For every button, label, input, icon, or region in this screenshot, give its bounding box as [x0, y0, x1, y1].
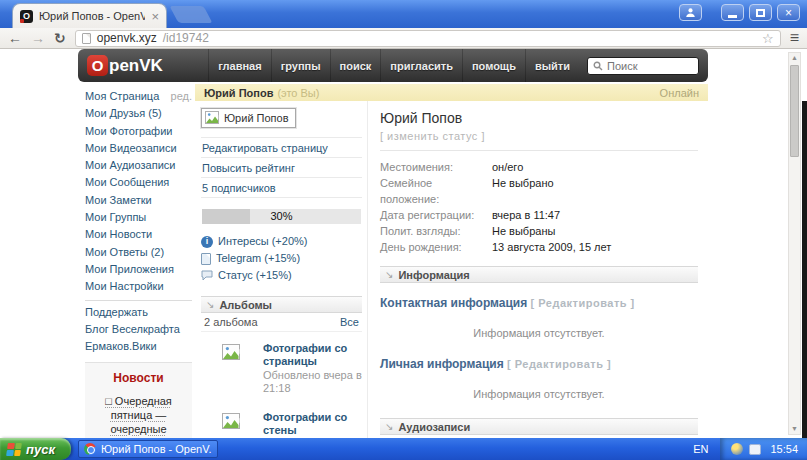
- albums-header-label: Альбомы: [219, 299, 272, 311]
- page-scrollbar[interactable]: ▲ ▼: [788, 52, 801, 435]
- sidebar-item-answers[interactable]: Мои Ответы (2): [85, 244, 192, 261]
- sidebar-link-wiki[interactable]: Ермаков.Вики: [85, 338, 192, 355]
- info-row: День рождения: 13 августа 2009, 15 лет: [380, 239, 698, 255]
- start-button[interactable]: пуск: [0, 438, 71, 460]
- profile-person-icon[interactable]: [679, 4, 702, 21]
- new-tab-button[interactable]: [169, 6, 212, 23]
- sidebar-item-settings[interactable]: Мои Настройки: [85, 278, 192, 295]
- address-bar[interactable]: openvk.xyz/id19742 ☆: [75, 30, 781, 47]
- news-title: Новости: [88, 371, 189, 385]
- openvk-logo[interactable]: O penVK: [87, 55, 163, 76]
- boost-label[interactable]: Статус (+15%): [218, 267, 292, 284]
- search-input[interactable]: [607, 60, 687, 72]
- taskbar-task-button[interactable]: Юрий Попов - OpenV...: [78, 440, 218, 458]
- chrome-menu-icon[interactable]: ≡: [790, 30, 799, 46]
- maximize-button[interactable]: [749, 4, 772, 21]
- contact-info-heading: Контактная информация [ Редактировать ]: [380, 296, 698, 310]
- boost-label[interactable]: Telegram (+15%): [216, 250, 300, 267]
- info-label: День рождения:: [380, 239, 492, 255]
- back-button[interactable]: ←: [8, 31, 22, 45]
- album-title-link[interactable]: Фотографии со страницы: [263, 342, 362, 368]
- album-thumbnail[interactable]: [201, 342, 263, 395]
- boost-status-link[interactable]: Статус (+15%): [201, 267, 362, 284]
- tab-close-icon[interactable]: ×: [151, 10, 159, 23]
- browser-tab[interactable]: O Юрий Попов - OpenVK ×: [12, 3, 167, 28]
- info-row: Полит. взгляды: Не выбраны: [380, 223, 698, 239]
- openvk-logo-text: penVK: [109, 56, 163, 76]
- sidebar-link-blog[interactable]: Блог Веселкрафта: [85, 321, 192, 338]
- info-value: он/его: [492, 159, 523, 175]
- profile-top-bar: Юрий Попов (это Вы) Онлайн: [195, 84, 708, 101]
- reload-button[interactable]: ↻: [54, 31, 66, 45]
- sidebar-edit-link[interactable]: ред.: [171, 88, 192, 105]
- nav-item-help[interactable]: помощь: [462, 49, 525, 82]
- sidebar-link-donate[interactable]: Поддержать: [85, 304, 192, 321]
- browser-toolbar: ← → ↻ openvk.xyz/id19742 ☆ ≡: [0, 28, 807, 49]
- page-icon: [82, 33, 91, 44]
- info-label: Семейное положение:: [380, 175, 492, 207]
- information-header: ↘ Информация: [380, 266, 698, 283]
- sidebar-item-apps[interactable]: Мои Приложения: [85, 261, 192, 278]
- avatar-alt-text: Юрий Попов: [224, 112, 289, 124]
- edit-page-link[interactable]: Редактировать страницу: [201, 137, 362, 157]
- sidebar-item-notes[interactable]: Мои Заметки: [85, 192, 192, 209]
- close-button[interactable]: ×: [777, 4, 800, 21]
- boost-rating-link[interactable]: Повысить рейтинг: [201, 157, 362, 177]
- personal-info-empty: Информация отсутствует.: [380, 388, 698, 400]
- album-item[interactable]: Фотографии со страницы Обновлено вчера в…: [201, 342, 362, 395]
- album-item[interactable]: Фотографии со стены Обновлено сегодня в …: [201, 411, 362, 438]
- taskbar: пуск Юрий Попов - OpenV... EN 15:54: [0, 438, 807, 460]
- followers-link[interactable]: 5 подписчиков: [201, 177, 362, 198]
- album-thumbnail[interactable]: [201, 411, 263, 438]
- minimize-icon: [728, 15, 737, 18]
- desktop-edge: [802, 101, 807, 438]
- url-path: /id19742: [163, 31, 209, 45]
- audios-header: ↘ Аудиозаписи: [380, 418, 698, 435]
- nav-item-groups[interactable]: группы: [271, 49, 330, 82]
- header-search-box[interactable]: [587, 57, 699, 75]
- scroll-up-icon[interactable]: ▲: [791, 53, 798, 63]
- close-icon: ×: [785, 7, 792, 19]
- language-indicator[interactable]: EN: [681, 443, 720, 455]
- sidebar-item-photos[interactable]: Мои Фотографии: [85, 123, 192, 140]
- boost-telegram-link[interactable]: Telegram (+15%): [201, 250, 362, 267]
- boost-interests-link[interactable]: i Интересы (+20%): [201, 233, 362, 250]
- albums-all-link[interactable]: Все: [340, 316, 359, 328]
- sidebar-item-label[interactable]: Моя Страница: [85, 88, 159, 105]
- scroll-down-icon[interactable]: ▼: [791, 424, 798, 434]
- news-widget: Новости □ Очередная пятница — очередные …: [85, 362, 192, 438]
- info-row: Семейное положение: Не выбрано: [380, 175, 698, 207]
- nav-item-invite[interactable]: пригласить: [380, 49, 462, 82]
- news-link[interactable]: □ Очередная пятница — очередные обновлен…: [88, 394, 189, 438]
- change-status-link[interactable]: [ изменить статус ]: [380, 130, 698, 142]
- minimize-button[interactable]: [721, 4, 744, 21]
- start-label: пуск: [26, 442, 55, 457]
- profile-main-column: Юрий Попов [ изменить статус ] Местоимен…: [367, 101, 708, 438]
- scrollbar-thumb[interactable]: [790, 65, 799, 157]
- nav-item-search[interactable]: поиск: [330, 49, 381, 82]
- tray-update-icon[interactable]: [731, 443, 743, 455]
- boost-label[interactable]: Интересы (+20%): [218, 233, 307, 250]
- personal-edit-link[interactable]: [ Редактировать ]: [507, 358, 611, 370]
- personal-info-heading: Личная информация [ Редактировать ]: [380, 357, 698, 371]
- albums-header: ↘ Альбомы: [201, 296, 362, 313]
- window-titlebar: O Юрий Попов - OpenVK × ×: [0, 0, 807, 28]
- sidebar-item-videos[interactable]: Мои Видеозаписи: [85, 140, 192, 157]
- sidebar-item-friends[interactable]: Мои Друзья (5): [85, 105, 192, 122]
- contact-info-empty: Информация отсутствует.: [380, 327, 698, 339]
- sidebar-item-my-page[interactable]: Моя Страница ред.: [85, 88, 192, 105]
- sidebar-item-groups[interactable]: Мои Группы: [85, 209, 192, 226]
- nav-item-main[interactable]: главная: [208, 49, 270, 82]
- nav-item-logout[interactable]: выйти: [525, 49, 579, 82]
- album-updated: Обновлено вчера в 21:18: [263, 369, 362, 395]
- tray-monitor-icon[interactable]: [749, 444, 761, 455]
- bookmark-star-icon[interactable]: ☆: [762, 31, 774, 46]
- sidebar-item-audios[interactable]: Мои Аудиозаписи: [85, 157, 192, 174]
- sidebar-item-messages[interactable]: Мои Сообщения: [85, 174, 192, 191]
- contact-edit-link[interactable]: [ Редактировать ]: [531, 297, 635, 309]
- contact-info-title: Контактная информация: [380, 296, 527, 310]
- forward-button[interactable]: →: [31, 31, 45, 45]
- album-title-link[interactable]: Фотографии со стены: [263, 411, 362, 437]
- sidebar-item-news[interactable]: Мои Новости: [85, 226, 192, 243]
- avatar[interactable]: Юрий Попов: [201, 108, 296, 128]
